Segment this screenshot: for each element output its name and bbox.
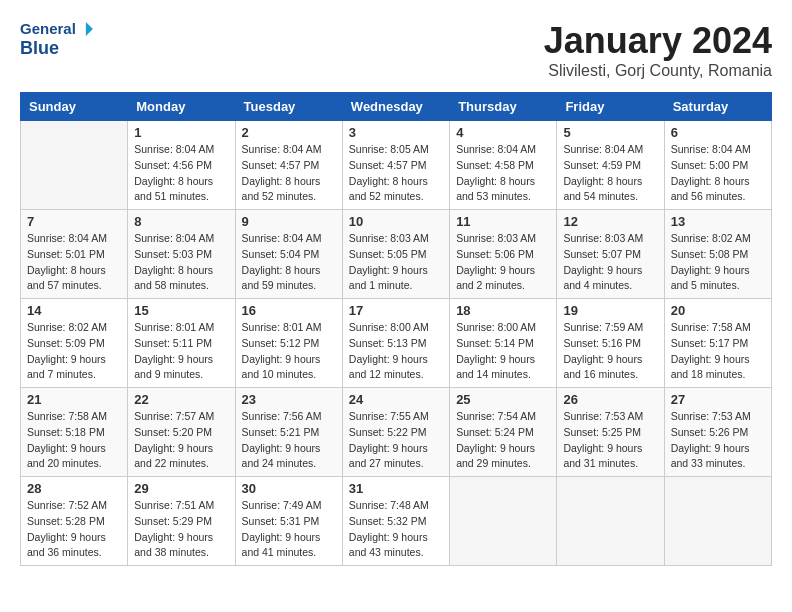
header: General Blue January 2024 Slivilesti, Go… — [20, 20, 772, 80]
day-number: 23 — [242, 392, 336, 407]
day-info: Sunrise: 8:04 AMSunset: 4:56 PMDaylight:… — [134, 142, 228, 205]
weekday-header-cell: Saturday — [664, 93, 771, 121]
day-info: Sunrise: 7:51 AMSunset: 5:29 PMDaylight:… — [134, 498, 228, 561]
logo-icon — [79, 22, 93, 36]
day-number: 4 — [456, 125, 550, 140]
day-number: 22 — [134, 392, 228, 407]
calendar-day-cell: 25Sunrise: 7:54 AMSunset: 5:24 PMDayligh… — [450, 388, 557, 477]
weekday-header-cell: Tuesday — [235, 93, 342, 121]
calendar-body: 1Sunrise: 8:04 AMSunset: 4:56 PMDaylight… — [21, 121, 772, 566]
day-info: Sunrise: 8:04 AMSunset: 5:03 PMDaylight:… — [134, 231, 228, 294]
day-number: 5 — [563, 125, 657, 140]
day-number: 1 — [134, 125, 228, 140]
weekday-header-cell: Monday — [128, 93, 235, 121]
calendar-day-cell: 27Sunrise: 7:53 AMSunset: 5:26 PMDayligh… — [664, 388, 771, 477]
day-info: Sunrise: 7:54 AMSunset: 5:24 PMDaylight:… — [456, 409, 550, 472]
calendar-day-cell: 9Sunrise: 8:04 AMSunset: 5:04 PMDaylight… — [235, 210, 342, 299]
weekday-header-cell: Friday — [557, 93, 664, 121]
calendar-day-cell: 30Sunrise: 7:49 AMSunset: 5:31 PMDayligh… — [235, 477, 342, 566]
day-info: Sunrise: 8:00 AMSunset: 5:14 PMDaylight:… — [456, 320, 550, 383]
day-number: 19 — [563, 303, 657, 318]
calendar-day-cell: 5Sunrise: 8:04 AMSunset: 4:59 PMDaylight… — [557, 121, 664, 210]
weekday-header-cell: Wednesday — [342, 93, 449, 121]
calendar-day-cell: 14Sunrise: 8:02 AMSunset: 5:09 PMDayligh… — [21, 299, 128, 388]
day-number: 26 — [563, 392, 657, 407]
day-number: 15 — [134, 303, 228, 318]
calendar-day-cell: 1Sunrise: 8:04 AMSunset: 4:56 PMDaylight… — [128, 121, 235, 210]
weekday-header-cell: Sunday — [21, 93, 128, 121]
day-number: 11 — [456, 214, 550, 229]
day-info: Sunrise: 7:53 AMSunset: 5:25 PMDaylight:… — [563, 409, 657, 472]
month-title: January 2024 — [544, 20, 772, 62]
day-number: 12 — [563, 214, 657, 229]
logo-blue: Blue — [20, 38, 93, 60]
day-info: Sunrise: 8:00 AMSunset: 5:13 PMDaylight:… — [349, 320, 443, 383]
day-info: Sunrise: 8:03 AMSunset: 5:07 PMDaylight:… — [563, 231, 657, 294]
day-info: Sunrise: 7:56 AMSunset: 5:21 PMDaylight:… — [242, 409, 336, 472]
day-number: 30 — [242, 481, 336, 496]
calendar-week-row: 28Sunrise: 7:52 AMSunset: 5:28 PMDayligh… — [21, 477, 772, 566]
calendar-day-cell: 7Sunrise: 8:04 AMSunset: 5:01 PMDaylight… — [21, 210, 128, 299]
day-info: Sunrise: 8:02 AMSunset: 5:09 PMDaylight:… — [27, 320, 121, 383]
day-info: Sunrise: 7:53 AMSunset: 5:26 PMDaylight:… — [671, 409, 765, 472]
logo: General Blue — [20, 20, 93, 60]
calendar-day-cell: 29Sunrise: 7:51 AMSunset: 5:29 PMDayligh… — [128, 477, 235, 566]
day-number: 24 — [349, 392, 443, 407]
day-number: 31 — [349, 481, 443, 496]
day-number: 17 — [349, 303, 443, 318]
day-info: Sunrise: 8:03 AMSunset: 5:06 PMDaylight:… — [456, 231, 550, 294]
day-info: Sunrise: 8:03 AMSunset: 5:05 PMDaylight:… — [349, 231, 443, 294]
day-number: 8 — [134, 214, 228, 229]
day-info: Sunrise: 8:04 AMSunset: 4:57 PMDaylight:… — [242, 142, 336, 205]
day-number: 13 — [671, 214, 765, 229]
calendar-week-row: 21Sunrise: 7:58 AMSunset: 5:18 PMDayligh… — [21, 388, 772, 477]
day-number: 21 — [27, 392, 121, 407]
day-info: Sunrise: 8:04 AMSunset: 5:00 PMDaylight:… — [671, 142, 765, 205]
day-number: 10 — [349, 214, 443, 229]
day-number: 27 — [671, 392, 765, 407]
calendar-day-cell: 11Sunrise: 8:03 AMSunset: 5:06 PMDayligh… — [450, 210, 557, 299]
day-number: 3 — [349, 125, 443, 140]
calendar-day-cell — [21, 121, 128, 210]
calendar-day-cell: 18Sunrise: 8:00 AMSunset: 5:14 PMDayligh… — [450, 299, 557, 388]
calendar-day-cell: 13Sunrise: 8:02 AMSunset: 5:08 PMDayligh… — [664, 210, 771, 299]
calendar-week-row: 1Sunrise: 8:04 AMSunset: 4:56 PMDaylight… — [21, 121, 772, 210]
calendar-day-cell: 12Sunrise: 8:03 AMSunset: 5:07 PMDayligh… — [557, 210, 664, 299]
calendar-day-cell: 4Sunrise: 8:04 AMSunset: 4:58 PMDaylight… — [450, 121, 557, 210]
calendar-day-cell — [664, 477, 771, 566]
calendar-day-cell: 8Sunrise: 8:04 AMSunset: 5:03 PMDaylight… — [128, 210, 235, 299]
day-info: Sunrise: 8:01 AMSunset: 5:11 PMDaylight:… — [134, 320, 228, 383]
calendar-day-cell: 15Sunrise: 8:01 AMSunset: 5:11 PMDayligh… — [128, 299, 235, 388]
calendar-day-cell: 20Sunrise: 7:58 AMSunset: 5:17 PMDayligh… — [664, 299, 771, 388]
day-info: Sunrise: 7:57 AMSunset: 5:20 PMDaylight:… — [134, 409, 228, 472]
title-area: January 2024 Slivilesti, Gorj County, Ro… — [544, 20, 772, 80]
location: Slivilesti, Gorj County, Romania — [544, 62, 772, 80]
day-number: 2 — [242, 125, 336, 140]
day-number: 9 — [242, 214, 336, 229]
day-info: Sunrise: 8:04 AMSunset: 4:59 PMDaylight:… — [563, 142, 657, 205]
calendar-day-cell: 23Sunrise: 7:56 AMSunset: 5:21 PMDayligh… — [235, 388, 342, 477]
day-info: Sunrise: 7:58 AMSunset: 5:17 PMDaylight:… — [671, 320, 765, 383]
day-number: 7 — [27, 214, 121, 229]
day-info: Sunrise: 8:05 AMSunset: 4:57 PMDaylight:… — [349, 142, 443, 205]
calendar-day-cell: 19Sunrise: 7:59 AMSunset: 5:16 PMDayligh… — [557, 299, 664, 388]
weekday-header-cell: Thursday — [450, 93, 557, 121]
day-info: Sunrise: 7:49 AMSunset: 5:31 PMDaylight:… — [242, 498, 336, 561]
calendar-week-row: 7Sunrise: 8:04 AMSunset: 5:01 PMDaylight… — [21, 210, 772, 299]
calendar-week-row: 14Sunrise: 8:02 AMSunset: 5:09 PMDayligh… — [21, 299, 772, 388]
calendar-day-cell: 21Sunrise: 7:58 AMSunset: 5:18 PMDayligh… — [21, 388, 128, 477]
day-number: 29 — [134, 481, 228, 496]
day-info: Sunrise: 8:01 AMSunset: 5:12 PMDaylight:… — [242, 320, 336, 383]
calendar-day-cell: 24Sunrise: 7:55 AMSunset: 5:22 PMDayligh… — [342, 388, 449, 477]
weekday-header: SundayMondayTuesdayWednesdayThursdayFrid… — [21, 93, 772, 121]
calendar-day-cell: 31Sunrise: 7:48 AMSunset: 5:32 PMDayligh… — [342, 477, 449, 566]
day-number: 20 — [671, 303, 765, 318]
calendar-day-cell: 16Sunrise: 8:01 AMSunset: 5:12 PMDayligh… — [235, 299, 342, 388]
day-number: 28 — [27, 481, 121, 496]
day-info: Sunrise: 8:04 AMSunset: 4:58 PMDaylight:… — [456, 142, 550, 205]
day-number: 16 — [242, 303, 336, 318]
day-info: Sunrise: 7:59 AMSunset: 5:16 PMDaylight:… — [563, 320, 657, 383]
day-info: Sunrise: 8:04 AMSunset: 5:04 PMDaylight:… — [242, 231, 336, 294]
logo-general: General — [20, 20, 76, 38]
day-number: 25 — [456, 392, 550, 407]
